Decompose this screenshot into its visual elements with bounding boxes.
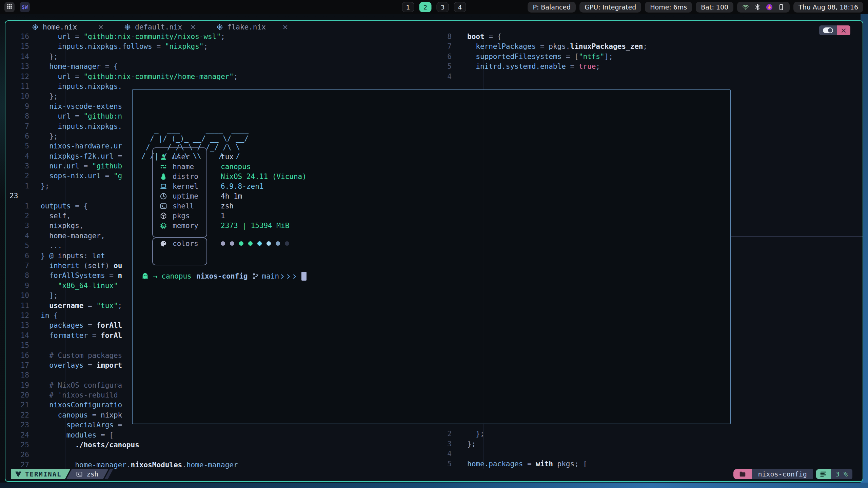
code-line[interactable]: 25 ./hosts/canopus [5,440,443,450]
code-line[interactable]: 5 home.packages = with pkgs; [ [443,459,861,469]
status-pill[interactable]: GPU: Integrated [579,2,641,13]
app-launcher-button[interactable] [4,2,15,12]
bluetooth-icon[interactable] [754,4,761,11]
code-line[interactable]: 6 supportedFilesystems = ["ntfs"]; [443,52,861,62]
code-line[interactable]: 27 home-manager.nixosModules.home-manage… [5,460,443,470]
window-close-button[interactable]: × [837,25,850,35]
line-number: 22 [5,410,41,420]
code-text: in { [41,311,58,321]
code-line[interactable]: 7 kernelPackages = pkgs.linuxPackages_ze… [443,42,861,52]
code-line[interactable]: 26 [5,450,443,460]
code-line[interactable]: 13 home-manager = { [5,62,443,72]
line-number: 3 [5,161,41,171]
color-dot [221,241,225,246]
mode-label: TERMINAL [25,470,62,478]
code-line[interactable]: 4 [443,72,861,82]
info-label: shell [173,202,205,210]
chevron-right-icon [292,273,297,279]
status-pill[interactable]: Bat: 100 [696,2,733,13]
code-text: ]; [41,291,58,301]
line-number: 3 [443,439,459,449]
terminal-window[interactable]: _ ___ ____ ____ / |/ (_)_ __/ __ \/ __/ … [132,89,731,424]
pane-split-divider[interactable] [731,236,863,237]
code-pane-right-top[interactable]: 8 boot = { 7 kernelPackages = pkgs.linux… [443,32,861,82]
line-number: 11 [5,301,41,311]
wifi-icon[interactable] [742,4,749,11]
tab-label: default.nix [135,23,182,31]
status-pill[interactable]: Home: 6ms [645,2,692,13]
chevron-right-icon [286,273,291,279]
code-line[interactable]: 8 boot = { [443,32,861,42]
line-number: 4 [443,449,459,459]
desktop: $W 1 2 3 4 [0,0,868,488]
workspace-button[interactable]: 4 [454,2,466,12]
code-text: nur.url = "github [41,161,122,171]
lines-icon [816,469,831,479]
code-text: nix-vscode-extens [41,102,122,111]
info-row: user tux [152,152,307,162]
terminal-palette-dots [221,241,289,246]
code-text: "x86_64-linux" [41,281,118,291]
hyprland-icon[interactable] [766,4,773,11]
workspace-button[interactable]: 1 [402,2,414,12]
tab-close-icon[interactable]: × [190,23,196,31]
tab-close-icon[interactable]: × [98,23,104,31]
editor-window: home.nix × default.nix × flake.nix × [5,20,863,482]
clock[interactable]: Thu Aug 08, 18:16 [793,2,863,13]
code-line[interactable]: 4 [443,449,861,459]
logo-button[interactable]: $W [20,2,30,12]
line-number: 2 [5,171,41,181]
line-number: 2 [5,211,41,221]
line-number: 23 [5,191,52,201]
info-row: distro NixOS 24.11 (Vicuna) [152,171,307,181]
folder-icon [733,469,752,479]
info-rows: user tux hname canopus distro [152,152,307,230]
workspace-switcher: 1 2 3 4 [402,2,466,12]
code-text: sops-nix.url = "g [41,171,122,181]
line-number: 14 [5,331,41,341]
packages-icon [160,212,167,220]
line-number: 24 [5,430,41,440]
line-number: 2 [443,429,459,439]
shell-prompt[interactable]: → canopus nixos-config main [141,272,307,281]
code-line[interactable]: 14 }; [5,52,443,62]
system-tray[interactable] [737,2,790,13]
line-number: 19 [5,381,41,390]
code-line[interactable]: 3 }; [443,439,861,449]
fastfetch-info: user tux hname canopus distro [152,152,307,248]
shell-segment: zsh [66,469,108,479]
color-dot [276,241,280,246]
scroll-percent: 3 % [831,469,852,479]
editor-tab[interactable]: default.nix × [117,21,203,33]
tab-close-icon[interactable]: × [282,23,288,31]
code-line[interactable]: 15 inputs.nixpkgs.follows = "nixpkgs"; [5,42,443,52]
git-branch-icon [252,273,259,280]
mode-segment: TERMINAL [11,469,71,479]
code-pane-right-bottom[interactable]: 2 }; 3 }; 4 5 home.packages = with pkgs;… [443,429,861,469]
workspace-label: 4 [458,4,462,11]
code-line[interactable]: 24 modules = [ [5,430,443,440]
code-line[interactable]: 2 }; [443,429,861,439]
code-text: username = "tux"; [41,301,122,311]
nix-snowflake-icon [124,24,131,30]
color-dot [248,241,253,246]
line-number: 23 [5,420,41,430]
workspace-button[interactable]: 3 [437,2,449,12]
sw-logo: $W [22,4,28,10]
palette-icon [160,240,167,247]
code-line[interactable]: 16 url = "github:nix-community/nixos-wsl… [5,32,443,42]
workspace-label: 3 [441,4,445,11]
window-toggle-button[interactable] [819,25,837,35]
workspace-button[interactable]: 2 [419,2,432,12]
code-line[interactable]: 5 initrd.systemd.enable = true; [443,62,861,72]
phone-icon[interactable] [778,4,785,11]
distro-icon [160,173,167,180]
info-label: distro [173,172,205,181]
code-text: }; [41,52,58,62]
editor-tab[interactable]: flake.nix × [210,21,295,33]
code-line[interactable]: 12 url = "github:nix-community/home-mana… [5,72,443,82]
line-number: 27 [5,460,41,470]
status-pill[interactable]: P: Balanced [528,2,576,13]
editor-tab[interactable]: home.nix × [25,21,111,33]
project-label: nixos-config [752,469,813,479]
